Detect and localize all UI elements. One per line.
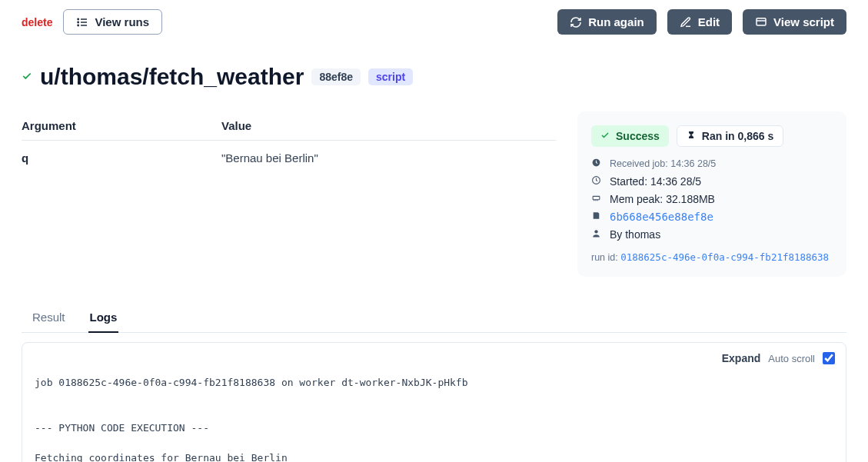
svg-rect-6 — [757, 18, 766, 25]
clock-icon — [591, 158, 602, 170]
run-again-button[interactable]: Run again — [557, 9, 657, 35]
tabs: Result Logs — [22, 304, 846, 333]
logs-content: job 0188625c-496e-0f0a-c994-fb21f8188638… — [33, 372, 835, 462]
refresh-icon — [570, 16, 582, 28]
auto-scroll-checkbox[interactable] — [823, 352, 835, 364]
script-icon — [591, 211, 602, 223]
view-runs-button[interactable]: View runs — [63, 9, 162, 35]
tab-result[interactable]: Result — [31, 304, 67, 333]
status-label: Success — [616, 130, 660, 142]
list-icon — [76, 16, 88, 28]
received-row: Received job: 14:36 28/5 — [591, 158, 833, 170]
args-col-argument: Argument — [22, 119, 221, 132]
view-script-label: View script — [773, 15, 834, 28]
clock-icon — [591, 175, 602, 188]
args-row: q "Bernau bei Berlin" — [22, 141, 556, 175]
commit-row: 6b668e456e88ef8e — [591, 211, 833, 223]
memory-icon — [591, 193, 602, 205]
user-icon — [591, 228, 602, 241]
run-id-label: run id: — [591, 252, 620, 263]
duration-text: Ran in 0,866 s — [702, 130, 773, 142]
view-script-button[interactable]: View script — [743, 9, 846, 35]
svg-point-3 — [78, 18, 78, 19]
run-id-link[interactable]: 0188625c-496e-0f0a-c994-fb21f8188638 — [620, 251, 829, 263]
mem-peak-text: Mem peak: 32.188MB — [610, 193, 715, 205]
edit-label: Edit — [698, 15, 720, 28]
args-col-value: Value — [221, 119, 251, 132]
view-runs-label: View runs — [95, 15, 149, 28]
auto-scroll-label: Auto scroll — [768, 353, 815, 364]
delete-link[interactable]: delete — [22, 16, 52, 28]
started-text: Started: 14:36 28/5 — [610, 175, 701, 188]
run-id-row: run id: 0188625c-496e-0f0a-c994-fb21f818… — [591, 251, 833, 263]
arg-name: q — [22, 151, 221, 165]
svg-rect-10 — [593, 196, 600, 199]
started-row: Started: 14:36 28/5 — [591, 175, 833, 188]
commit-link[interactable]: 6b668e456e88ef8e — [610, 211, 713, 223]
edit-icon — [680, 16, 692, 28]
by-row: By thomas — [591, 228, 833, 241]
run-info-panel: Success Ran in 0,866 s Received job: 14:… — [577, 111, 846, 277]
arguments-table: Argument Value q "Bernau bei Berlin" — [22, 111, 556, 175]
logs-panel: Expand Auto scroll job 0188625c-496e-0f0… — [22, 342, 846, 462]
hourglass-icon — [687, 130, 696, 142]
run-again-label: Run again — [588, 15, 644, 28]
short-hash-badge: 88ef8e — [311, 68, 361, 85]
duration-badge: Ran in 0,866 s — [677, 125, 783, 147]
received-text: Received job: 14:36 28/5 — [610, 158, 716, 169]
check-icon — [600, 130, 610, 142]
mem-peak-row: Mem peak: 32.188MB — [591, 193, 833, 205]
edit-button[interactable]: Edit — [667, 9, 732, 35]
svg-point-14 — [594, 230, 597, 233]
title-row: u/thomas/fetch_weather 88ef8e script — [22, 64, 846, 90]
arg-value: "Bernau bei Berlin" — [221, 151, 318, 165]
kind-badge: script — [368, 68, 413, 85]
top-bar: delete View runs Run again Edit View scr… — [22, 9, 846, 35]
svg-point-4 — [78, 22, 78, 22]
svg-point-5 — [78, 25, 78, 25]
script-path: u/thomas/fetch_weather — [40, 64, 304, 90]
tab-logs[interactable]: Logs — [88, 304, 119, 333]
script-icon — [755, 16, 767, 28]
by-text: By thomas — [610, 228, 660, 241]
check-icon — [22, 71, 32, 84]
expand-button[interactable]: Expand — [722, 352, 761, 364]
status-badge: Success — [591, 125, 669, 147]
